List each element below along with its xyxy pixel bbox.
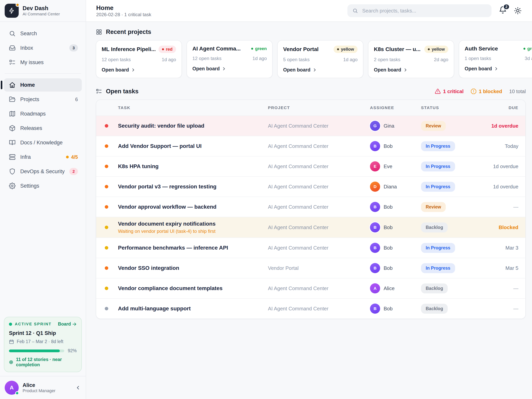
sidebar-item-my-issues[interactable]: My issues bbox=[4, 56, 82, 69]
last-updated: 1d ago bbox=[162, 57, 176, 62]
avatar: B bbox=[370, 243, 380, 253]
folder-icon bbox=[9, 96, 16, 103]
open-task-count: 12 open tasks bbox=[102, 57, 131, 62]
app-title: Dev Dash bbox=[23, 5, 60, 12]
assignee-name: Eve bbox=[384, 163, 392, 169]
due-date: Mar 3 bbox=[479, 245, 518, 251]
task-project: AI Agent Command Center bbox=[268, 184, 370, 190]
project-card-vendor-portal[interactable]: Vendor Portal yellow 5 open tasks 1d ago… bbox=[277, 40, 363, 78]
chevron-right-icon bbox=[403, 68, 408, 72]
assignee-name: Bob bbox=[384, 225, 393, 231]
home-icon bbox=[9, 82, 16, 88]
task-row-vendor-approval-workflow-backend[interactable]: Vendor approval workflow — backend AI Ag… bbox=[96, 197, 525, 217]
sidebar-item-label: Roadmaps bbox=[20, 111, 46, 117]
content: Recent projects ML Inference Pipeli... r… bbox=[86, 22, 532, 399]
global-search[interactable] bbox=[347, 4, 492, 17]
task-project: AI Agent Command Center bbox=[268, 306, 370, 312]
avatar: B bbox=[370, 202, 380, 212]
project-status-badge: green bbox=[251, 46, 267, 51]
collapse-sidebar-button[interactable] bbox=[75, 385, 81, 391]
task-row-k8s-hpa-tuning[interactable]: K8s HPA tuning AI Agent Command Center E… bbox=[96, 156, 525, 176]
avatar: D bbox=[370, 182, 380, 192]
avatar: A bbox=[5, 381, 19, 395]
task-project: AI Agent Command Center bbox=[268, 285, 370, 291]
open-tasks-table: TASK PROJECT ASSIGNEE STATUS DUE Securit… bbox=[96, 100, 526, 319]
sidebar-item-releases[interactable]: Releases bbox=[4, 122, 82, 135]
sprint-title: Sprint 12 · Q1 Ship bbox=[9, 330, 77, 336]
project-status-badge: yellow bbox=[424, 45, 448, 53]
task-project: AI Agent Command Center bbox=[268, 204, 370, 210]
grid-icon bbox=[96, 29, 102, 35]
total-count: 10 total bbox=[509, 89, 526, 95]
logo-status-dot bbox=[16, 3, 19, 7]
sidebar-item-roadmaps[interactable]: Roadmaps bbox=[4, 107, 82, 120]
task-row-performance-benchmarks-inference-api[interactable]: Performance benchmarks — inference API A… bbox=[96, 238, 525, 258]
priority-dot bbox=[105, 246, 108, 250]
sidebar-item-devops-security[interactable]: DevOps & Security2 bbox=[4, 165, 82, 178]
sidebar-item-infra[interactable]: Infra4/5 bbox=[4, 150, 82, 164]
task-title: Security audit: vendor file upload bbox=[118, 123, 268, 129]
app-logo bbox=[5, 4, 19, 18]
map-icon bbox=[9, 110, 16, 117]
sidebar-item-home[interactable]: Home bbox=[4, 78, 82, 91]
project-card-ai-agent-comma[interactable]: AI Agent Comma... green 12 open tasks 1d… bbox=[187, 40, 273, 78]
theme-toggle-button[interactable] bbox=[514, 7, 521, 14]
status-badge: Review bbox=[421, 121, 446, 131]
open-task-count: 2 open tasks bbox=[374, 57, 400, 62]
task-row-security-audit-vendor-file-upload[interactable]: Security audit: vendor file upload AI Ag… bbox=[96, 116, 525, 136]
sidebar-divider bbox=[5, 70, 81, 74]
open-board-link[interactable]: Open board bbox=[465, 66, 532, 71]
project-card-ml-inference-pipeli[interactable]: ML Inference Pipeli... red 12 open tasks… bbox=[96, 40, 182, 78]
due-date: — bbox=[479, 306, 518, 312]
task-row-add-vendor-support-portal-ui[interactable]: Add Vendor Support — portal UI AI Agent … bbox=[96, 136, 525, 156]
last-updated: 2d ago bbox=[434, 57, 448, 62]
sidebar-item-projects[interactable]: Projects6 bbox=[4, 93, 82, 106]
open-board-link[interactable]: Open board bbox=[283, 67, 358, 73]
due-date: 1d overdue bbox=[479, 163, 518, 169]
col-project: PROJECT bbox=[268, 105, 370, 110]
active-sprint-card[interactable]: ACTIVE SPRINT Board Sprint 12 · Q1 Ship … bbox=[4, 317, 82, 372]
sprint-progress-pct: 92% bbox=[68, 348, 77, 354]
open-board-link[interactable]: Open board bbox=[102, 67, 176, 73]
open-board-link[interactable]: Open board bbox=[374, 67, 448, 73]
project-card-k8s-cluster-u[interactable]: K8s Cluster — u... yellow 2 open tasks 2… bbox=[368, 40, 454, 78]
due-date: 1d overdue bbox=[479, 184, 518, 190]
due-date: Mar 5 bbox=[479, 265, 518, 271]
sidebar: Dev Dash AI Command Center SearchInbox3M… bbox=[0, 0, 86, 399]
task-row-vendor-document-expiry-notifications[interactable]: Vendor document expiry notifications Wai… bbox=[96, 217, 525, 238]
assignee-name: Bob bbox=[384, 306, 393, 312]
task-row-vendor-sso-integration[interactable]: Vendor SSO integration Vendor Portal B B… bbox=[96, 258, 525, 278]
status-dot bbox=[66, 156, 69, 158]
task-project: AI Agent Command Center bbox=[268, 225, 370, 231]
task-title: Vendor approval workflow — backend bbox=[118, 204, 268, 210]
sidebar-item-inbox[interactable]: Inbox3 bbox=[4, 41, 82, 55]
board-link[interactable]: Board bbox=[58, 322, 77, 327]
open-task-count: 12 open tasks bbox=[192, 56, 222, 61]
task-row-vendor-portal-v3-regression-testing[interactable]: Vendor portal v3 — regression testing AI… bbox=[96, 176, 525, 197]
sidebar-item-docs-knowledge[interactable]: Docs / Knowledge bbox=[4, 136, 82, 149]
task-project: AI Agent Command Center bbox=[268, 123, 370, 129]
project-title: Vendor Portal bbox=[283, 46, 330, 52]
user-role: Product Manager bbox=[23, 388, 56, 393]
task-row-vendor-compliance-document-templates[interactable]: Vendor compliance document templates AI … bbox=[96, 278, 525, 298]
avatar: E bbox=[370, 161, 380, 171]
search-input[interactable] bbox=[361, 7, 487, 14]
sidebar-item-label: Home bbox=[20, 82, 35, 88]
project-card-auth-service[interactable]: Auth Service green 1 open tasks 3d ago O… bbox=[459, 40, 532, 78]
sprint-dates: Feb 17 – Mar 2 · 8d left bbox=[17, 339, 63, 344]
sprint-stories: 11 of 12 stories · near completion bbox=[16, 357, 77, 367]
sidebar-item-label: Releases bbox=[20, 125, 42, 131]
sidebar-item-search[interactable]: Search bbox=[4, 27, 82, 40]
user-profile[interactable]: A Alice Product Manager bbox=[0, 376, 86, 399]
col-assignee: ASSIGNEE bbox=[370, 105, 421, 110]
page-subtitle: 2026-02-28 · 1 critical task bbox=[96, 12, 151, 17]
task-row-add-multi-language-support[interactable]: Add multi-language support AI Agent Comm… bbox=[96, 298, 525, 319]
notifications-button[interactable]: 2 bbox=[499, 6, 507, 15]
book-icon bbox=[9, 139, 16, 146]
sidebar-item-settings[interactable]: Settings bbox=[4, 179, 82, 193]
open-board-link[interactable]: Open board bbox=[192, 66, 267, 71]
arrow-right-icon bbox=[72, 322, 77, 327]
last-updated: 3d ago bbox=[525, 56, 532, 61]
sidebar-item-label: Inbox bbox=[20, 45, 33, 51]
sprint-progress-bar bbox=[9, 349, 64, 352]
